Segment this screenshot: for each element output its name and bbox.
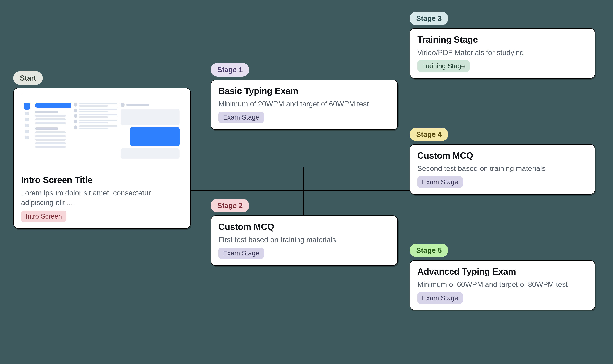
card-subtitle: Minimum of 60WPM and target of 80WPM tes…	[417, 280, 568, 289]
card-intro[interactable]: Intro Screen Title Lorem ipsum dolor sit…	[13, 88, 191, 229]
stage-pill-3: Stage 3	[410, 12, 448, 25]
card-title: Intro Screen Title	[21, 175, 92, 185]
intro-thumbnail	[21, 93, 183, 170]
card-stage4[interactable]: Custom MCQ Second test based on training…	[410, 144, 595, 195]
stage-pill-2: Stage 2	[211, 199, 249, 212]
card-title: Basic Typing Exam	[218, 86, 298, 96]
card-tag-intro: Intro Screen	[21, 211, 67, 222]
card-subtitle: Second test based on training materials	[417, 164, 546, 173]
card-subtitle: Lorem ipsum dolor sit amet, consectetur …	[21, 188, 183, 208]
card-subtitle: Minimum of 20WPM and target of 60WPM tes…	[218, 99, 369, 109]
card-stage2[interactable]: Custom MCQ First test based on training …	[211, 215, 398, 266]
stage-pill-1: Stage 1	[211, 63, 249, 77]
card-title: Custom MCQ	[417, 150, 473, 161]
node-stage4: Stage 4 Custom MCQ Second test based on …	[410, 128, 595, 195]
card-title: Advanced Typing Exam	[417, 266, 516, 276]
card-stage3[interactable]: Training Stage Video/PDF Materials for s…	[410, 28, 595, 78]
card-tag-exam: Exam Stage	[218, 247, 264, 259]
node-start: Start	[13, 71, 191, 229]
card-subtitle: Video/PDF Materials for studying	[417, 48, 524, 57]
card-stage1[interactable]: Basic Typing Exam Minimum of 20WPM and t…	[211, 79, 398, 130]
card-title: Custom MCQ	[218, 221, 274, 232]
node-stage2: Stage 2 Custom MCQ First test based on t…	[211, 199, 398, 266]
card-tag-exam: Exam Stage	[417, 176, 463, 188]
card-title: Training Stage	[417, 34, 478, 45]
stage-pill-5: Stage 5	[410, 244, 448, 257]
card-tag-exam: Exam Stage	[218, 112, 264, 123]
card-tag-exam: Exam Stage	[417, 292, 463, 304]
card-subtitle: First test based on training materials	[218, 235, 336, 245]
node-stage3: Stage 3 Training Stage Video/PDF Materia…	[410, 12, 595, 78]
node-stage5: Stage 5 Advanced Typing Exam Minimum of …	[410, 244, 595, 311]
stage-pill-4: Stage 4	[410, 128, 448, 141]
card-tag-training: Training Stage	[417, 60, 470, 72]
stage-pill-start: Start	[13, 71, 43, 85]
card-stage5[interactable]: Advanced Typing Exam Minimum of 60WPM an…	[410, 260, 595, 311]
node-stage1: Stage 1 Basic Typing Exam Minimum of 20W…	[211, 63, 398, 130]
